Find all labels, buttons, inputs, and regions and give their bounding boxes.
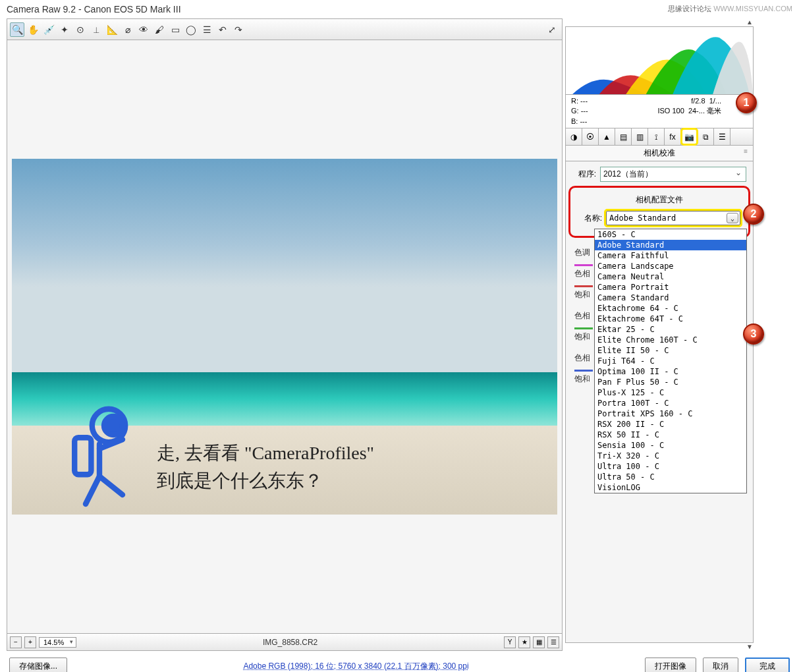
panel-title: 相机校准: [565, 146, 754, 161]
adjustment-brush-icon[interactable]: 🖌: [152, 22, 167, 37]
zoom-in-button[interactable]: +: [24, 636, 36, 648]
profile-option[interactable]: RSX 50 II - C: [595, 430, 746, 440]
tab-detail-icon[interactable]: ▲: [599, 128, 615, 145]
profile-option[interactable]: Ektachrome 64 - C: [595, 303, 746, 314]
cancel-button[interactable]: 取消: [703, 658, 738, 672]
adjustment-tabs: ◑ ⦿ ▲ ▤ ▥ ⟟ fx 📷 ⧉ ☰: [565, 128, 754, 146]
zoom-out-button[interactable]: −: [10, 636, 22, 648]
profile-option[interactable]: Elite II 50 - C: [595, 345, 746, 356]
straighten-icon[interactable]: 📐: [105, 22, 119, 37]
save-image-button[interactable]: 存储图像...: [9, 658, 67, 672]
profile-option[interactable]: Optima 100 II - C: [595, 366, 746, 377]
zoom-tool-icon[interactable]: 🔍: [10, 22, 24, 37]
overlay-text: 走, 去看看 "CameraProfiles" 到底是个什么东东？: [157, 439, 374, 495]
tab-camera-calibration-icon[interactable]: 📷: [681, 128, 698, 145]
chevron-down-icon[interactable]: ⌄: [727, 213, 738, 223]
profile-option[interactable]: Camera Portrait: [595, 282, 746, 293]
targeted-adjust-icon[interactable]: ⊙: [73, 22, 88, 37]
list-view-icon[interactable]: ☰: [547, 636, 559, 648]
profile-option[interactable]: RSX 200 II - C: [595, 419, 746, 430]
readout-r: R: ---: [571, 96, 646, 106]
top-toolbar: 🔍 ✋ 💉 ✦ ⊙ ⟂ 📐 ⌀ 👁 🖌 ▭ ◯ ☰ ↶ ↷ ⤢: [7, 19, 562, 40]
svg-point-1: [104, 416, 123, 435]
process-select[interactable]: 2012（当前）: [600, 167, 746, 182]
svg-rect-2: [74, 437, 91, 474]
readout-g: G: ---: [571, 106, 646, 116]
slider-labels-bg: 色调 色相 饱和 色相 饱和 色相 饱和: [574, 242, 593, 389]
spot-removal-icon[interactable]: ⌀: [121, 22, 135, 37]
filter-icon[interactable]: Y: [504, 636, 516, 648]
rating-icon[interactable]: ★: [518, 636, 530, 648]
filename-label: IMG_8858.CR2: [79, 638, 501, 647]
profile-option[interactable]: Ultra 100 - C: [595, 461, 746, 472]
preferences-icon[interactable]: ☰: [200, 22, 214, 37]
profile-option[interactable]: Tri-X 320 - C: [595, 451, 746, 461]
zoom-select[interactable]: 14.5%: [39, 637, 76, 648]
bottom-bar: − + 14.5% IMG_8858.CR2 Y ★ ▦ ☰: [7, 633, 562, 650]
process-label: 程序:: [572, 169, 596, 180]
profile-option[interactable]: Portra 100T - C: [595, 398, 746, 408]
hand-tool-icon[interactable]: ✋: [26, 22, 40, 37]
profile-option[interactable]: Fuji T64 - C: [595, 356, 746, 366]
profile-option[interactable]: Camera Landscape: [595, 261, 746, 271]
profile-option[interactable]: Ektar 25 - C: [595, 324, 746, 335]
astronaut-icon: [58, 403, 150, 508]
done-button[interactable]: 完成: [745, 658, 790, 672]
scroll-down-icon[interactable]: ▼: [746, 643, 754, 651]
footer: 存储图像... Adobe RGB (1998); 16 位; 5760 x 3…: [0, 651, 799, 672]
open-image-button[interactable]: 打开图像: [645, 658, 696, 672]
callout-1: 1: [736, 92, 757, 113]
profile-option[interactable]: Ektachrome 64T - C: [595, 314, 746, 324]
radial-filter-icon[interactable]: ◯: [184, 22, 198, 37]
preview-panel: 🔍 ✋ 💉 ✦ ⊙ ⟂ 📐 ⌀ 👁 🖌 ▭ ◯ ☰ ↶ ↷ ⤢: [7, 18, 563, 651]
profile-section-title: 相机配置文件: [574, 194, 744, 206]
grid-view-icon[interactable]: ▦: [533, 636, 545, 648]
redeye-icon[interactable]: 👁: [136, 22, 151, 37]
tab-hsl-icon[interactable]: ▤: [615, 128, 632, 145]
preview-area[interactable]: 走, 去看看 "CameraProfiles" 到底是个什么东东？: [7, 40, 562, 633]
profile-option[interactable]: VisionLOG: [595, 482, 746, 493]
profile-name-select[interactable]: Adobe Standard ⌄: [606, 211, 740, 225]
tab-basic-icon[interactable]: ◑: [566, 128, 582, 145]
profile-option[interactable]: Elite Chrome 160T - C: [595, 335, 746, 345]
profile-frame: 2 3 相机配置文件 名称: Adobe Standard ⌄ 色调 色相 饱和…: [568, 186, 750, 238]
watermark: 思缘设计论坛 WWW.MISSYUAN.COM: [668, 4, 792, 14]
preview-image: 走, 去看看 "CameraProfiles" 到底是个什么东东？: [12, 159, 557, 515]
readout-b: B: ---: [571, 117, 646, 126]
name-label: 名称:: [578, 213, 602, 224]
profile-option[interactable]: Camera Neutral: [595, 271, 746, 282]
footer-info-link[interactable]: Adobe RGB (1998); 16 位; 5760 x 3840 (22.…: [74, 661, 638, 672]
rotate-left-icon[interactable]: ↶: [215, 22, 230, 37]
profile-option[interactable]: Pan F Plus 50 - C: [595, 377, 746, 387]
graduated-filter-icon[interactable]: ▭: [168, 22, 182, 37]
callout-2: 2: [743, 204, 764, 225]
color-sampler-icon[interactable]: ✦: [57, 22, 72, 37]
title-bar: Camera Raw 9.2 - Canon EOS 5D Mark III 思…: [0, 0, 799, 18]
panel-body: 程序: 2012（当前） 2 3 相机配置文件 名称: Adobe Standa…: [565, 161, 754, 643]
fullscreen-icon[interactable]: ⤢: [545, 22, 559, 37]
info-readout: R: --- G: --- B: --- f/2.8 1/... ISO 100…: [565, 95, 754, 128]
profile-option[interactable]: Camera Faithful: [595, 250, 746, 261]
scroll-up-icon[interactable]: ▲: [746, 18, 754, 26]
histogram[interactable]: [565, 26, 754, 95]
tab-snapshots-icon[interactable]: ☰: [714, 128, 730, 145]
right-panel: ▲ R: --- G: --- B: --- f/2.8 1/... ISO 1…: [563, 18, 754, 651]
tab-curve-icon[interactable]: ⦿: [582, 128, 599, 145]
callout-3: 3: [743, 323, 764, 345]
profile-option[interactable]: Camera Standard: [595, 293, 746, 303]
crop-tool-icon[interactable]: ⟂: [89, 22, 103, 37]
profile-option[interactable]: 160S - C: [595, 229, 746, 240]
rotate-right-icon[interactable]: ↷: [231, 22, 246, 37]
profile-option[interactable]: Sensia 100 - C: [595, 440, 746, 451]
white-balance-icon[interactable]: 💉: [41, 22, 56, 37]
window-title: Camera Raw 9.2 - Canon EOS 5D Mark III: [7, 4, 181, 14]
profile-option[interactable]: Adobe Standard: [595, 240, 746, 250]
tab-split-icon[interactable]: ▥: [632, 128, 648, 145]
profile-option[interactable]: Plus-X 125 - C: [595, 387, 746, 398]
profile-option[interactable]: Ultra 50 - C: [595, 472, 746, 482]
tab-lens-icon[interactable]: ⟟: [648, 128, 665, 145]
tab-presets-icon[interactable]: ⧉: [698, 128, 714, 145]
profile-option[interactable]: Portrait XPS 160 - C: [595, 408, 746, 419]
profile-dropdown[interactable]: 160S - CAdobe StandardCamera FaithfulCam…: [594, 229, 747, 493]
tab-fx-icon[interactable]: fx: [665, 128, 681, 145]
